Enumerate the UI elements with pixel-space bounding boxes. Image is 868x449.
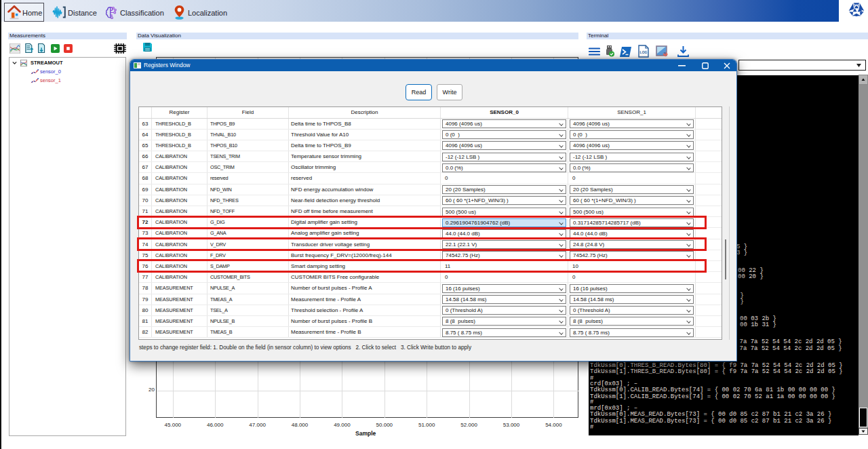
svg-text:LOG: LOG [640, 50, 648, 54]
